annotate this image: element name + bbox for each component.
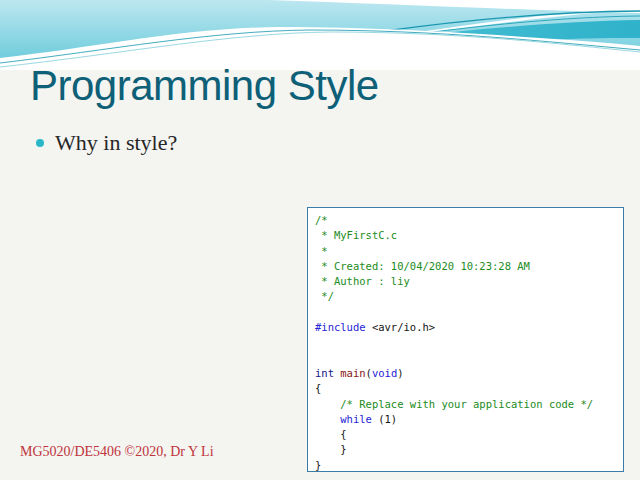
code-line: * Created: 10/04/2020 10:23:28 AM xyxy=(315,259,616,274)
code-panel: /* * MyFirstC.c * * Created: 10/04/2020 … xyxy=(307,207,624,472)
slide-root: { "slide": { "title": "Programming Style… xyxy=(0,0,640,480)
code-line: while (1) xyxy=(315,412,616,427)
code-line: /* Replace with your application code */ xyxy=(315,397,616,412)
bullet-icon xyxy=(36,139,44,147)
code-line: } xyxy=(315,442,616,457)
code-line: #include <avr/io.h> xyxy=(315,320,616,335)
code-line: /* xyxy=(315,213,616,228)
code-line: * MyFirstC.c xyxy=(315,228,616,243)
code-line: } xyxy=(315,458,616,473)
code-line xyxy=(315,335,616,350)
code-line: { xyxy=(315,427,616,442)
code-line: */ xyxy=(315,289,616,304)
page-title: Programming Style xyxy=(30,62,379,110)
bullet-text: Why in style? xyxy=(55,130,177,156)
code-line: { xyxy=(315,381,616,396)
code-line: int main(void) xyxy=(315,366,616,381)
code-line xyxy=(315,351,616,366)
decorative-wave-header xyxy=(0,0,640,70)
code-block: /* * MyFirstC.c * * Created: 10/04/2020 … xyxy=(308,208,623,478)
code-line: * Author : liy xyxy=(315,274,616,289)
code-line: * xyxy=(315,244,616,259)
list-item: Why in style? xyxy=(36,130,177,156)
code-line xyxy=(315,305,616,320)
footer-credit: MG5020/DE5406 ©2020, Dr Y Li xyxy=(20,444,214,460)
